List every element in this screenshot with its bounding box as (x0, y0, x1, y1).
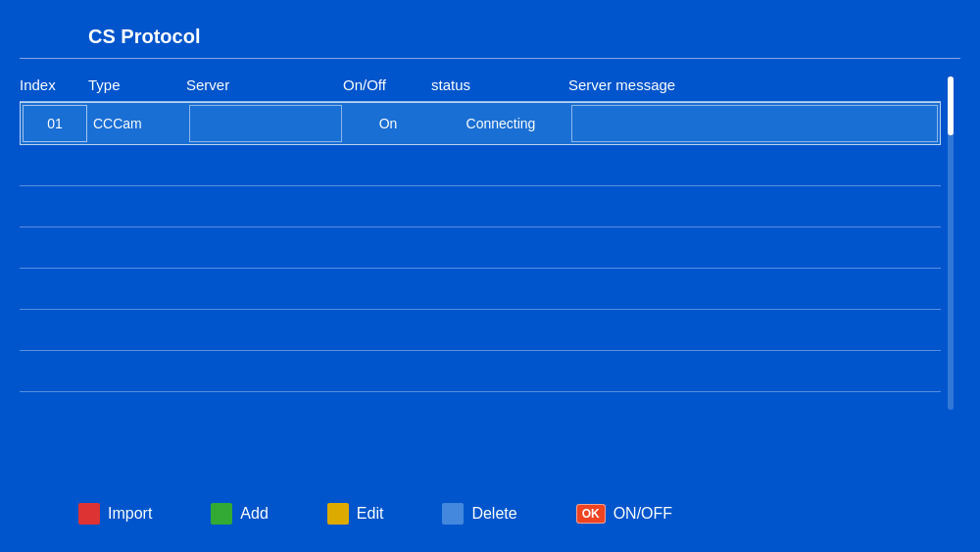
col-header-status: status (431, 76, 568, 93)
table-row[interactable]: 01 CCCam On Connecting (20, 102, 941, 145)
ok-badge: OK (576, 504, 606, 524)
cell-onoff-1: On (344, 105, 432, 142)
cell-type-7 (88, 351, 186, 391)
add-button[interactable]: Add (211, 503, 268, 525)
edit-button[interactable]: Edit (327, 503, 384, 525)
delete-label: Delete (471, 505, 516, 523)
green-icon (211, 503, 232, 525)
cell-server-5 (186, 269, 343, 309)
table-rows: 01 CCCam On Connecting (20, 102, 941, 392)
cell-type-4 (88, 227, 186, 268)
cell-index-4 (20, 227, 88, 268)
table-section: Index Type Server On/Off status Server m… (20, 76, 941, 474)
cell-onoff-3 (343, 186, 431, 226)
cell-type-2 (88, 145, 186, 185)
cell-type-5 (88, 269, 186, 309)
cell-onoff-2 (343, 145, 431, 185)
main-container: CS Protocol Index Type Server On/Off sta… (0, 0, 980, 552)
blue-icon (442, 503, 464, 525)
table-row[interactable] (20, 145, 941, 186)
cell-status-2 (431, 145, 568, 185)
cell-index-3 (20, 186, 88, 226)
red-icon (78, 503, 100, 525)
table-row[interactable] (20, 227, 941, 269)
cell-type-6 (88, 310, 186, 350)
cell-status-1: Connecting (432, 105, 569, 142)
onoff-button[interactable]: OK ON/OFF (576, 504, 672, 524)
onoff-label: ON/OFF (613, 505, 672, 523)
yellow-icon (327, 503, 349, 525)
cell-index-5 (20, 269, 88, 309)
cell-message-4 (568, 227, 941, 268)
cell-index-2 (20, 145, 88, 185)
cell-server-4 (186, 227, 343, 268)
cell-status-5 (431, 269, 568, 309)
cell-index-6 (20, 310, 88, 350)
cell-message-5 (568, 269, 941, 309)
footer-buttons: Import Add Edit Delete OK ON/OFF (20, 483, 960, 534)
cell-server-7 (186, 351, 343, 391)
delete-button[interactable]: Delete (442, 503, 516, 525)
cell-onoff-4 (343, 227, 431, 268)
import-label: Import (108, 505, 152, 523)
cell-status-3 (431, 186, 568, 226)
cell-message-7 (568, 351, 941, 391)
page-title: CS Protocol (88, 25, 200, 47)
cell-status-6 (431, 310, 568, 350)
cell-index-7 (20, 351, 88, 391)
table-row[interactable] (20, 269, 941, 310)
cell-status-4 (431, 227, 568, 268)
col-header-onoff: On/Off (343, 76, 431, 93)
title-area: CS Protocol (20, 18, 960, 59)
add-label: Add (240, 505, 268, 523)
cell-onoff-5 (343, 269, 431, 309)
scrollbar-track[interactable] (948, 76, 954, 410)
cell-message-1 (571, 105, 938, 142)
table-row[interactable] (20, 310, 941, 351)
cell-type-3 (88, 186, 186, 226)
cell-message-3 (568, 186, 941, 226)
import-button[interactable]: Import (78, 503, 152, 525)
cell-server-2 (186, 145, 343, 185)
cell-server-6 (186, 310, 343, 350)
cell-status-7 (431, 351, 568, 391)
col-header-message: Server message (568, 76, 941, 93)
col-header-index: Index (20, 76, 88, 93)
table-header: Index Type Server On/Off status Server m… (20, 76, 941, 102)
edit-label: Edit (357, 505, 384, 523)
cell-type-1: CCCam (89, 105, 187, 142)
table-row[interactable] (20, 351, 941, 392)
cell-message-6 (568, 310, 941, 350)
cell-message-2 (568, 145, 941, 185)
cell-index-1: 01 (23, 105, 87, 142)
col-header-type: Type (88, 76, 186, 93)
cell-server-1 (189, 105, 342, 142)
scrollbar-thumb[interactable] (948, 76, 954, 135)
content-area: Index Type Server On/Off status Server m… (20, 76, 960, 474)
cell-onoff-6 (343, 310, 431, 350)
cell-server-3 (186, 186, 343, 226)
cell-onoff-7 (343, 351, 431, 391)
table-row[interactable] (20, 186, 941, 227)
col-header-server: Server (186, 76, 343, 93)
scrollbar-area (941, 76, 960, 474)
